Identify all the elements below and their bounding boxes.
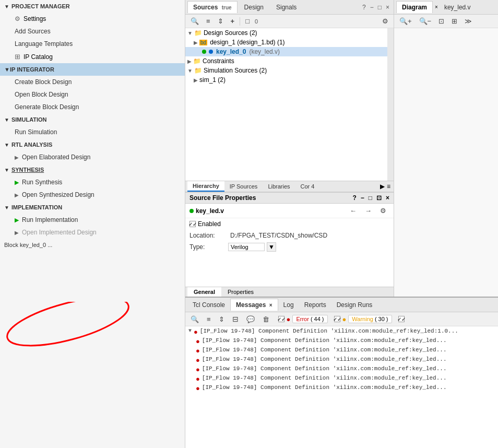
tree-key-led-0[interactable]: key_led_0 (key_led.v): [185, 47, 387, 56]
type-row: Type: ▼: [189, 242, 389, 252]
props-max-icon[interactable]: □: [369, 194, 372, 202]
fit-window-btn[interactable]: ⊞: [448, 16, 460, 27]
console-collapse-btn[interactable]: ≡: [204, 314, 214, 325]
section-project-manager[interactable]: ▼ PROJECT MANAGER: [0, 0, 185, 13]
search-btn[interactable]: 🔍: [187, 16, 202, 27]
tab-design-runs[interactable]: Design Runs: [331, 299, 378, 311]
tab-ip-sources[interactable]: IP Sources: [224, 182, 263, 191]
error-filter-checkbox[interactable]: ✓: [278, 316, 284, 322]
tab-general[interactable]: General: [187, 287, 221, 297]
add-btn[interactable]: +: [228, 16, 238, 27]
extra-filter-checkbox[interactable]: ✓: [398, 316, 405, 322]
tab-tcl-console[interactable]: Tcl Console: [187, 299, 230, 311]
sidebar-item-run-synthesis[interactable]: ▶ Run Synthesis: [0, 176, 185, 188]
tabs-menu-icon[interactable]: ≡: [386, 182, 392, 191]
tree-scrollbar[interactable]: [387, 28, 394, 181]
tree-design-sources[interactable]: ▼ 📁 Design Sources (2): [185, 28, 387, 38]
type-dropdown-btn[interactable]: ▼: [267, 242, 276, 252]
forward-btn[interactable]: →: [362, 205, 375, 216]
type-input[interactable]: [228, 243, 265, 251]
tab-hierarchy[interactable]: Hierarchy: [187, 181, 224, 192]
msg-row-6[interactable]: ● [IP_Flow 19-748] Component Definition …: [187, 374, 496, 384]
delete-btn[interactable]: 🗑: [259, 314, 272, 325]
tree-constraints[interactable]: ▶ 📁 Constraints: [185, 56, 387, 66]
sidebar-item-ip-catalog[interactable]: ⊞ IP Catalog: [0, 50, 185, 63]
settings-btn[interactable]: ⚙: [379, 16, 392, 27]
rtl-arrow: ▼: [4, 142, 9, 148]
sidebar-item-create-block-design[interactable]: Create Block Design: [0, 76, 185, 88]
section-synthesis[interactable]: ▼ SYNTHESIS: [0, 163, 185, 176]
props-min-icon[interactable]: −: [361, 194, 364, 202]
pm-label: PROJECT MANAGER: [11, 3, 70, 9]
location-row: Location: D:/FPGA_TEST/CSDN_show/CSD: [189, 231, 389, 240]
sidebar-item-language-templates[interactable]: Language Templates: [0, 38, 185, 50]
enabled-checkbox[interactable]: ✓: [189, 221, 196, 227]
tab-signals[interactable]: Signals: [270, 1, 302, 13]
msg-row-7[interactable]: ● [IP_Flow 19-748] Component Definition …: [187, 384, 496, 393]
diagram-close-icon[interactable]: ×: [433, 3, 440, 11]
diagram-tab[interactable]: Diagram: [396, 1, 433, 13]
filter-btn[interactable]: ⊟: [229, 313, 242, 325]
sidebar-item-open-elaborated-design[interactable]: ▶ Open Elaborated Design: [0, 151, 185, 163]
help-icon[interactable]: ?: [360, 3, 368, 12]
props-gear-btn[interactable]: ⚙: [377, 205, 389, 216]
file-btn[interactable]: □: [242, 16, 253, 27]
zoom-out-btn[interactable]: 🔍−: [416, 16, 435, 27]
tree-sim1[interactable]: ▶ sim_1 (2): [185, 75, 387, 85]
more-tabs-icon[interactable]: ▶: [379, 182, 386, 191]
minimize-icon[interactable]: −: [368, 3, 376, 12]
rtl-label: RTL ANALYSIS: [11, 142, 52, 148]
sidebar-item-open-synthesized-design[interactable]: ▶ Open Synthesized Design: [0, 188, 185, 201]
more-btn[interactable]: ≫: [461, 16, 475, 27]
tab-cor4[interactable]: Cor 4: [295, 182, 320, 191]
msg-row-3[interactable]: ● [IP_Flow 19-748] Component Definition …: [187, 346, 496, 356]
tab-libraries[interactable]: Libraries: [263, 182, 295, 191]
section-ip-integrator[interactable]: ▼ IP INTEGRATOR: [0, 63, 185, 76]
warn-filter-checkbox[interactable]: ✓: [334, 316, 340, 322]
tab-reports[interactable]: Reports: [299, 299, 331, 311]
msg-row-5[interactable]: ● [IP_Flow 19-748] Component Definition …: [187, 365, 496, 374]
props-restore-icon[interactable]: ⊡: [376, 194, 382, 202]
tree-sim-sources[interactable]: ▼ 📁 Simulation Sources (2): [185, 66, 387, 75]
tab-sources[interactable]: Sources true: [187, 1, 238, 13]
tree-design1[interactable]: ▶ bd design_1 (design_1.bd) (1): [185, 38, 387, 47]
tab-log[interactable]: Log: [278, 299, 299, 311]
sidebar-item-run-simulation[interactable]: Run Simulation: [0, 126, 185, 138]
sidebar-item-open-block-design[interactable]: Open Block Design: [0, 88, 185, 101]
sidebar-item-open-implemented-design[interactable]: ▶ Open Implemented Design: [0, 226, 185, 239]
msg-row-1[interactable]: ▼ ● [IP_Flow 19-748] Component Definitio…: [187, 327, 496, 337]
msg-row-4[interactable]: ● [IP_Flow 19-748] Component Definition …: [187, 356, 496, 365]
console-expand-btn[interactable]: ⇕: [216, 314, 228, 325]
tab-messages[interactable]: Messages ×: [230, 299, 278, 311]
props-toolbar: key_led.v ← → ⚙: [185, 204, 394, 218]
sidebar-item-add-sources[interactable]: Add Sources: [0, 25, 185, 38]
sidebar-item-settings[interactable]: ⚙ Settings: [0, 13, 185, 25]
msg-row-2[interactable]: ● [IP_Flow 19-748] Component Definition …: [187, 337, 496, 346]
section-implementation[interactable]: ▼ IMPLEMENTATION: [0, 201, 185, 214]
expand-btn[interactable]: ⇕: [215, 16, 227, 27]
tab-properties[interactable]: Properties: [221, 287, 260, 297]
section-simulation[interactable]: ▼ SIMULATION: [0, 113, 185, 126]
fit-btn[interactable]: ⊡: [435, 16, 447, 27]
sidebar-item-run-implementation[interactable]: ▶ Run Implementation: [0, 214, 185, 226]
diagram-file-label: key_led.v: [444, 4, 471, 11]
messages-close-icon[interactable]: ×: [269, 302, 272, 308]
close-panel-icon[interactable]: ×: [384, 3, 392, 12]
tab-design[interactable]: Design: [239, 1, 269, 13]
props-close-icon[interactable]: ×: [386, 194, 389, 202]
props-help-icon[interactable]: ?: [352, 194, 356, 202]
collapse-btn[interactable]: ≡: [203, 16, 214, 27]
props-bottom-tabs: General Properties: [185, 287, 394, 297]
location-label: Location:: [189, 232, 226, 239]
back-btn[interactable]: ←: [347, 205, 360, 216]
zoom-in-btn[interactable]: 🔍+: [396, 16, 415, 27]
sidebar-item-generate-block-design[interactable]: Generate Block Design: [0, 101, 185, 113]
sources-tab-close[interactable]: true: [222, 5, 232, 10]
console-search-btn[interactable]: 🔍: [187, 314, 202, 325]
left-panel: ▼ PROJECT MANAGER ⚙ Settings Add Sources…: [0, 0, 185, 448]
section-rtl-analysis[interactable]: ▼ RTL ANALYSIS: [0, 138, 185, 151]
source-tabs: Hierarchy IP Sources Libraries Cor 4 ▶ ≡: [185, 181, 394, 192]
maximize-icon[interactable]: □: [376, 3, 384, 12]
properties-panel: Source File Properties ? − □ ⊡ × key_led…: [185, 192, 394, 297]
comment-btn[interactable]: 💬: [243, 314, 258, 325]
